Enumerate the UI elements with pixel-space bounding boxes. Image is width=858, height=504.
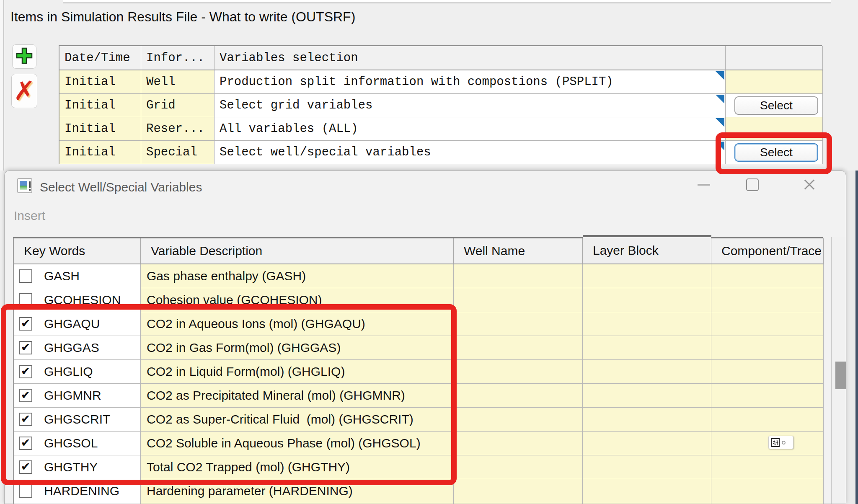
cell-keyword: GHGGAS✔	[14, 336, 141, 360]
pinyin-ime-icon	[771, 438, 780, 447]
minimize-button[interactable]	[690, 174, 718, 195]
cell-component-trace	[711, 479, 824, 503]
cell-description: Total CO2 Trapped (mol) (GHGTHY)	[141, 455, 454, 479]
cell-layer-block	[583, 384, 711, 408]
cell-keyword: GHGAQU✔	[14, 312, 141, 336]
cell-well-name	[454, 408, 583, 432]
cell-component-trace	[711, 336, 824, 360]
variable-checkbox[interactable]	[19, 484, 32, 498]
dropdown-corner-icon[interactable]	[716, 142, 724, 150]
cell-action: Select	[726, 141, 823, 164]
ime-mode-icon	[782, 441, 786, 445]
cell-layer-block	[583, 479, 711, 503]
cell-well-name	[454, 360, 583, 384]
variable-checkbox[interactable]: ✔	[19, 389, 32, 402]
plus-icon	[15, 47, 34, 67]
outsrf-table: Date/TimeInfor...Variables selectionInit…	[59, 45, 822, 164]
cell-component-trace	[711, 408, 824, 432]
close-icon	[802, 178, 817, 192]
close-button[interactable]	[796, 174, 823, 195]
cell-information: Grid	[141, 94, 214, 117]
cell-layer-block	[583, 288, 711, 312]
cell-variables-selection: Select grid variables	[214, 94, 726, 117]
dropdown-corner-icon[interactable]	[716, 71, 724, 80]
cell-component-trace	[711, 288, 824, 312]
red-x-icon: ✗	[13, 78, 35, 104]
cell-layer-block	[583, 312, 711, 336]
cell-layer-block	[583, 432, 711, 455]
cell-keyword: GHGSCRIT✔	[14, 408, 141, 432]
checkmark-icon: ✔	[21, 460, 31, 473]
cell-description: CO2 in Gas Form(mol) (GHGGAS)	[141, 336, 454, 360]
dialog-column-header: Variable Description	[141, 238, 454, 264]
cell-description: CO2 in Aqueous Ions (mol) (GHGAQU)	[141, 312, 454, 336]
variable-checkbox[interactable]: ✔	[19, 341, 32, 354]
screenshot-root: Items in Simulation Results File - What …	[0, 0, 858, 504]
cell-description: CO2 as Super-Critical Fluid (mol) (GHGSC…	[141, 408, 454, 432]
cell-description: Gas phase enthalpy (GASH)	[141, 264, 454, 288]
select-variables-dialog: Select Well/Special Variables Insert Key…	[4, 171, 846, 504]
checkmark-icon: ✔	[21, 412, 31, 425]
checkmark-icon: ✔	[21, 341, 31, 354]
panel-above-edge	[63, 0, 831, 3]
window-icon	[17, 178, 32, 193]
delete-row-button[interactable]: ✗	[11, 74, 37, 108]
cell-well-name	[454, 312, 583, 336]
variables-table: Key WordsVariable DescriptionWell NameLa…	[13, 237, 823, 504]
cell-component-trace	[711, 432, 824, 455]
variable-checkbox[interactable]: ✔	[19, 365, 32, 378]
variable-checkbox[interactable]: ✔	[19, 437, 32, 450]
menu-item-insert[interactable]: Insert	[14, 209, 45, 223]
cell-information: Reser...	[141, 117, 214, 141]
cell-keyword: GHGSOL✔	[14, 432, 141, 455]
dialog-column-header: Key Words	[14, 238, 141, 264]
add-row-button[interactable]	[12, 44, 36, 69]
variable-checkbox[interactable]	[19, 269, 32, 283]
top-column-header: Date/Time	[59, 46, 141, 70]
maximize-icon	[746, 178, 759, 191]
cell-description: CO2 as Precipitated Mineral (mol) (GHGMN…	[141, 384, 454, 408]
cell-keyword: GHGLIQ✔	[14, 360, 141, 384]
cell-variables-selection: Production split information with compos…	[214, 70, 726, 94]
dropdown-corner-icon[interactable]	[716, 118, 724, 127]
dialog-column-header: Layer Block	[583, 235, 711, 264]
cell-date-time: Initial	[59, 141, 141, 164]
cell-layer-block	[583, 336, 711, 360]
cell-layer-block	[583, 455, 711, 479]
top-column-header: Variables selection	[214, 46, 726, 70]
cell-layer-block	[583, 360, 711, 384]
cell-layer-block	[583, 408, 711, 432]
variable-checkbox[interactable]: ✔	[19, 460, 32, 474]
cell-component-trace	[711, 264, 824, 288]
variable-checkbox[interactable]: ✔	[19, 413, 32, 426]
cell-keyword: GCOHESION	[14, 288, 141, 312]
select-button[interactable]: Select	[734, 96, 818, 115]
cell-well-name	[454, 479, 583, 503]
top-column-header	[726, 46, 823, 70]
dialog-column-header: Component/Trace	[711, 238, 824, 264]
cell-component-trace	[711, 312, 824, 336]
variable-checkbox[interactable]: ✔	[19, 317, 32, 331]
cell-date-time: Initial	[59, 117, 141, 141]
cell-description: CO2 in Liquid Form(mol) (GHGLIQ)	[141, 360, 454, 384]
cell-component-trace	[711, 360, 824, 384]
cell-action	[726, 70, 823, 94]
cell-well-name	[454, 432, 583, 455]
minimize-icon	[698, 184, 710, 186]
cell-information: Well	[141, 70, 214, 94]
maximize-button[interactable]	[739, 174, 766, 195]
dropdown-corner-icon[interactable]	[716, 95, 724, 103]
select-button[interactable]: Select	[734, 143, 818, 162]
ime-status-badge[interactable]	[768, 436, 793, 449]
variable-checkbox[interactable]	[19, 293, 32, 307]
cell-keyword: GHGTHY✔	[14, 455, 141, 479]
panel-left-edge	[0, 0, 4, 171]
cell-component-trace	[711, 455, 824, 479]
scrollbar-thumb[interactable]	[835, 362, 846, 389]
cell-action	[726, 117, 823, 141]
page-title: Items in Simulation Results File - What …	[10, 9, 355, 25]
cell-description: Cohesion value (GCOHESION)	[141, 288, 454, 312]
cell-well-name	[454, 336, 583, 360]
cell-description: Hardening parameter (HARDENING)	[141, 479, 454, 503]
cell-variables-selection: Select well/special variables	[214, 141, 726, 164]
